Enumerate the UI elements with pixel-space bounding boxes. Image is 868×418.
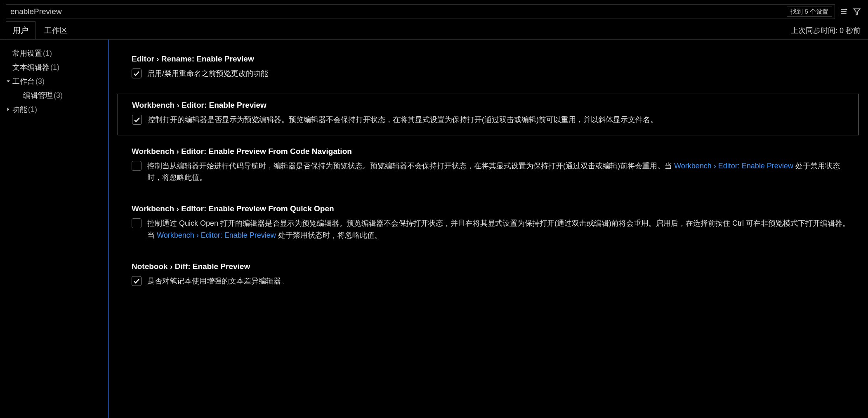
svg-marker-5 <box>854 9 860 15</box>
sidebar-item-count: (1) <box>43 49 52 58</box>
filter-icon[interactable] <box>851 6 862 17</box>
setting-checkbox[interactable] <box>132 161 142 171</box>
clear-search-icon[interactable] <box>838 6 849 17</box>
setting-description: 是否对笔记本使用增强的文本差异编辑器。 <box>147 275 288 287</box>
setting-editor.rename.enablePreview: Editor › Rename: Enable Preview启用/禁用重命名之… <box>108 48 860 89</box>
setting-link[interactable]: Workbench › Editor: Enable Preview <box>674 162 793 170</box>
setting-title: Workbench › Editor: Enable Preview <box>132 101 850 110</box>
tab-workspace[interactable]: 工作区 <box>37 21 75 39</box>
setting-title: Editor › Rename: Enable Preview <box>132 54 851 64</box>
setting-title: Workbench › Editor: Enable Preview From … <box>132 204 851 213</box>
sidebar-item-label: 编辑管理 <box>23 90 53 100</box>
sidebar-item-label: 常用设置 <box>12 48 42 58</box>
search-result-count: 找到 5 个设置 <box>787 7 832 17</box>
sidebar-item-label: 文本编辑器 <box>12 62 50 72</box>
sidebar-item-count: (3) <box>35 77 45 86</box>
sidebar-item-count: (3) <box>54 91 63 100</box>
sidebar-item-label: 工作台 <box>12 76 35 86</box>
setting-title: Workbench › Editor: Enable Preview From … <box>132 147 851 156</box>
setting-checkbox[interactable] <box>132 68 142 78</box>
sidebar-item-2[interactable]: 工作台 (3) <box>0 74 108 88</box>
tab-user[interactable]: 用户 <box>6 21 35 39</box>
settings-sidebar: 常用设置 (1)文本编辑器 (1)工作台 (3)编辑管理 (3)功能 (1) <box>0 40 108 418</box>
setting-workbench.editor.enablePreview: Workbench › Editor: Enable Preview控制打开的编… <box>118 94 859 135</box>
setting-checkbox[interactable] <box>132 115 142 125</box>
sidebar-item-4[interactable]: 功能 (1) <box>0 102 108 116</box>
sidebar-item-1[interactable]: 文本编辑器 (1) <box>0 60 108 74</box>
settings-content: Editor › Rename: Enable Preview启用/禁用重命名之… <box>108 40 868 418</box>
sidebar-item-count: (1) <box>50 63 59 72</box>
setting-link[interactable]: Workbench › Editor: Enable Preview <box>157 231 276 239</box>
setting-description: 控制打开的编辑器是否显示为预览编辑器。预览编辑器不会保持打开状态，在将其显式设置… <box>148 114 658 126</box>
sidebar-item-label: 功能 <box>12 104 27 114</box>
chevron-down-icon <box>4 78 12 85</box>
settings-search-input[interactable] <box>6 5 787 19</box>
setting-workbench.editor.enablePreviewFromQuickOpen: Workbench › Editor: Enable Preview From … <box>108 198 860 250</box>
sidebar-item-count: (1) <box>28 105 37 114</box>
sidebar-item-0[interactable]: 常用设置 (1) <box>0 46 108 60</box>
setting-checkbox[interactable] <box>132 276 142 286</box>
sync-status: 上次同步时间: 0 秒前 <box>789 22 862 39</box>
chevron-right-icon <box>4 106 12 113</box>
setting-notebook.diff.enablePreview: Notebook › Diff: Enable Preview是否对笔记本使用增… <box>108 255 860 296</box>
setting-title: Notebook › Diff: Enable Preview <box>132 262 851 271</box>
setting-checkbox[interactable] <box>132 218 142 228</box>
setting-description: 控制当从编辑器开始进行代码导航时，编辑器是否保持为预览状态。预览编辑器不会保持打… <box>147 160 851 184</box>
sidebar-item-3[interactable]: 编辑管理 (3) <box>0 88 108 102</box>
setting-description: 控制通过 Quick Open 打开的编辑器是否显示为预览编辑器。预览编辑器不会… <box>147 217 851 241</box>
search-input-container: 找到 5 个设置 <box>6 4 835 19</box>
setting-workbench.editor.enablePreviewFromCodeNavigation: Workbench › Editor: Enable Preview From … <box>108 140 860 193</box>
setting-description: 启用/禁用重命名之前预览更改的功能 <box>147 68 268 80</box>
